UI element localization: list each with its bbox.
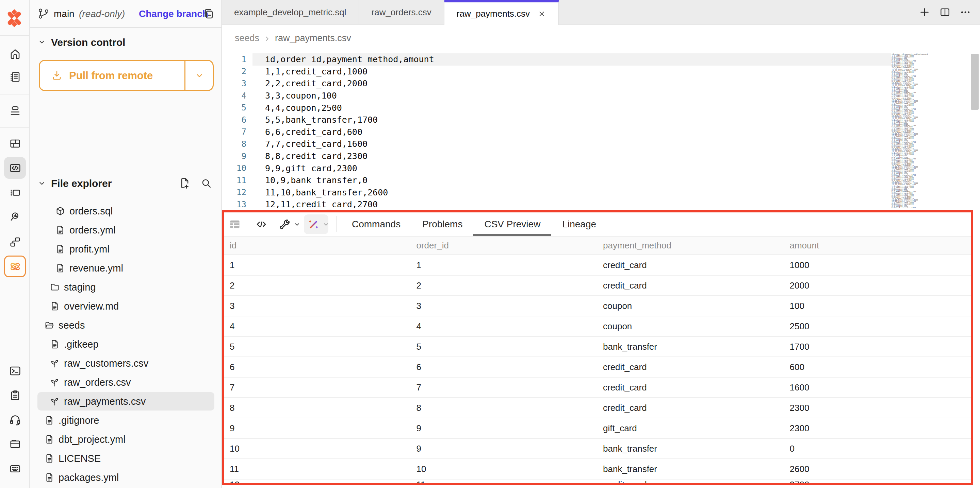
breadcrumb-seeds[interactable]: seeds bbox=[235, 33, 259, 43]
activity-bar-divider bbox=[0, 35, 29, 36]
code-editor-icon[interactable] bbox=[4, 157, 26, 179]
table-cell: credit_card bbox=[598, 280, 784, 291]
file-item-orders-sql[interactable]: orders.sql bbox=[33, 201, 220, 220]
branch-readonly-label: (read-only) bbox=[79, 8, 125, 19]
canvas-frame-icon[interactable] bbox=[4, 181, 26, 203]
bottom-tab-problems[interactable]: Problems bbox=[411, 212, 473, 236]
column-header-payment_method: payment_method bbox=[598, 240, 784, 251]
file-item-raw-orders-csv[interactable]: raw_orders.csv bbox=[33, 373, 220, 392]
support-headset-icon[interactable] bbox=[4, 409, 26, 430]
file-item-label: raw_customers.csv bbox=[64, 358, 148, 369]
search-icon[interactable] bbox=[200, 177, 212, 189]
table-row: 33coupon100 bbox=[224, 296, 971, 316]
bottom-tab-commands[interactable]: Commands bbox=[341, 212, 411, 236]
code-lines: 1id,order_id,payment_method,amount21,1,c… bbox=[222, 53, 899, 210]
breadcrumb-current-file: raw_payments.csv bbox=[275, 33, 351, 43]
file-item-label: .gitignore bbox=[59, 415, 99, 426]
dbt-logo-icon[interactable] bbox=[5, 8, 24, 28]
tab-raw-payments-csv[interactable]: raw_payments.csv bbox=[444, 0, 559, 25]
line-number: 10 bbox=[222, 163, 247, 173]
code-editor[interactable]: 1id,order_id,payment_method,amount21,1,c… bbox=[222, 51, 980, 210]
file-item-orders-yml[interactable]: orders.yml bbox=[33, 220, 220, 239]
change-branch-link[interactable]: Change branch bbox=[139, 8, 208, 19]
minimap[interactable]: id,order_id,payment_method,amount 1,1,cr… bbox=[891, 53, 939, 208]
file-item-overview-md[interactable]: overview.md bbox=[33, 297, 220, 316]
code-line: 1id,order_id,payment_method,amount bbox=[222, 53, 899, 66]
table-cell: credit_card bbox=[598, 480, 784, 483]
more-options-ellipsis-icon[interactable] bbox=[959, 6, 971, 18]
file-item-seeds[interactable]: seeds bbox=[33, 316, 220, 335]
close-icon[interactable] bbox=[537, 10, 546, 18]
tab-label: example_develop_metric.sql bbox=[234, 7, 347, 17]
table-cell: 2 bbox=[411, 280, 598, 291]
new-tab-plus-icon[interactable] bbox=[919, 6, 930, 18]
pull-from-remote-button[interactable]: Pull from remote bbox=[39, 60, 214, 91]
code-line: 65,5,bank_transfer,1700 bbox=[222, 114, 899, 126]
clipboard-icon[interactable] bbox=[4, 384, 26, 406]
table-cell: credit_card bbox=[598, 382, 784, 393]
git-branch-icon bbox=[37, 8, 50, 20]
folder-open-icon bbox=[44, 320, 54, 330]
code-line: 54,4,coupon,2500 bbox=[222, 101, 899, 114]
editor-scrollbar-thumb[interactable] bbox=[971, 54, 978, 110]
table-cell: 6 bbox=[224, 362, 411, 372]
tab-example-develop-metric-sql[interactable]: example_develop_metric.sql bbox=[222, 0, 360, 24]
line-number: 4 bbox=[222, 91, 247, 101]
table-cell: 9 bbox=[411, 444, 598, 454]
flow-branch-icon[interactable] bbox=[4, 231, 26, 252]
code-view-icon[interactable] bbox=[255, 218, 267, 230]
tab-raw-orders-csv[interactable]: raw_orders.csv bbox=[360, 0, 444, 24]
doc-icon bbox=[55, 225, 65, 235]
file-item-packages-yml[interactable]: packages.yml bbox=[33, 468, 220, 487]
table-cell: gift_card bbox=[598, 423, 784, 434]
file-item-profit-yml[interactable]: profit.yml bbox=[33, 239, 220, 258]
file-item-raw-customers-csv[interactable]: raw_customers.csv bbox=[33, 354, 220, 373]
explore-search-icon[interactable] bbox=[4, 206, 26, 227]
home-icon[interactable] bbox=[4, 43, 26, 65]
file-item-raw-payments-csv[interactable]: raw_payments.csv bbox=[33, 392, 220, 411]
file-item-license[interactable]: LICENSE bbox=[33, 449, 220, 468]
table-row: 22credit_card2000 bbox=[224, 276, 971, 296]
line-number: 3 bbox=[222, 79, 247, 88]
data-stack-icon[interactable] bbox=[4, 100, 26, 121]
dbt-copilot-atom-icon[interactable] bbox=[4, 255, 26, 277]
folder-icon bbox=[50, 282, 60, 292]
bottom-tab-lineage[interactable]: Lineage bbox=[551, 212, 607, 236]
wrench-dropdown-chevron-icon[interactable] bbox=[293, 221, 301, 228]
pull-options-chevron-icon[interactable] bbox=[194, 71, 205, 81]
projects-window-icon[interactable] bbox=[4, 433, 26, 455]
wrench-icon[interactable] bbox=[279, 218, 291, 230]
doc-icon bbox=[44, 453, 54, 464]
new-file-icon[interactable] bbox=[178, 177, 191, 189]
split-editor-icon[interactable] bbox=[939, 6, 951, 18]
doc-icon bbox=[44, 415, 54, 425]
file-item-staging[interactable]: staging bbox=[33, 278, 220, 297]
table-cell: 10 bbox=[411, 464, 598, 474]
magic-wand-icon[interactable] bbox=[307, 218, 320, 230]
bottom-tab-csv-preview[interactable]: CSV Preview bbox=[473, 212, 551, 236]
file-explorer-collapse-chevron-icon[interactable] bbox=[37, 179, 46, 188]
table-cell: 12 bbox=[224, 480, 411, 483]
file-item--gitignore[interactable]: .gitignore bbox=[33, 411, 220, 430]
seed-icon bbox=[50, 358, 60, 368]
magic-wand-dropdown-chevron-icon[interactable] bbox=[322, 221, 330, 228]
line-text: 9,9,gift_card,2300 bbox=[265, 163, 357, 173]
file-item-dbt-project-yml[interactable]: dbt_project.yml bbox=[33, 430, 220, 449]
line-number: 13 bbox=[222, 200, 247, 209]
copy-icon[interactable] bbox=[202, 7, 215, 20]
table-cell: coupon bbox=[598, 301, 784, 311]
table-row: 55bank_transfer1700 bbox=[224, 337, 971, 357]
terminal-icon[interactable] bbox=[4, 360, 26, 382]
file-item-revenue-yml[interactable]: revenue.yml bbox=[33, 258, 220, 278]
pull-button-divider bbox=[185, 61, 185, 90]
keyboard-icon[interactable] bbox=[4, 458, 26, 480]
dashboard-grid-icon[interactable] bbox=[4, 133, 26, 154]
table-row: 99gift_card2300 bbox=[224, 418, 971, 439]
file-item-label: profit.yml bbox=[69, 244, 110, 255]
table-cell: 600 bbox=[784, 362, 971, 372]
dbt-ide-app: main (read-only) Change branch Version c… bbox=[0, 0, 980, 488]
table-grid-icon[interactable] bbox=[229, 218, 241, 230]
file-item--gitkeep[interactable]: .gitkeep bbox=[33, 335, 220, 354]
version-control-collapse-chevron-icon[interactable] bbox=[37, 38, 46, 46]
notebook-icon[interactable] bbox=[4, 66, 26, 88]
